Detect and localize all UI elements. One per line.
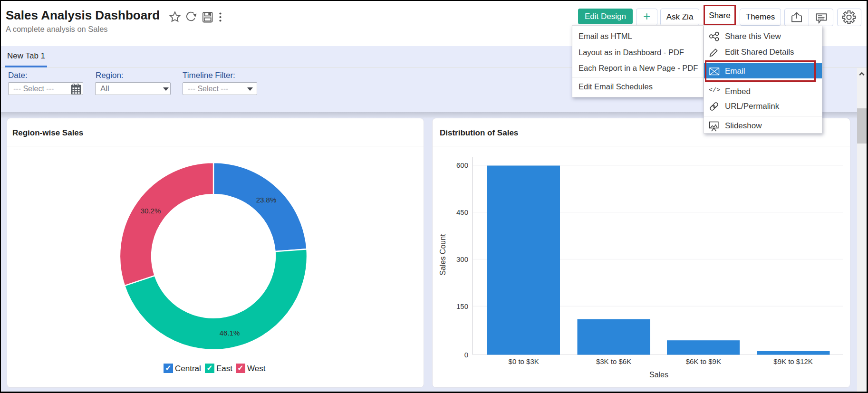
svg-text:600: 600 [456,161,468,169]
svg-text:450: 450 [456,208,468,216]
svg-text:Sales Count: Sales Count [439,234,447,276]
svg-text:46.1%: 46.1% [220,329,240,337]
svg-text:300: 300 [456,255,468,263]
svg-text:</>: </> [709,86,720,94]
svg-text:$0 to $3K: $0 to $3K [509,357,539,365]
svg-text:150: 150 [456,302,468,310]
svg-text:30.2%: 30.2% [141,207,161,215]
svg-text:$9K to $12K: $9K to $12K [773,357,813,365]
svg-text:Sales: Sales [649,371,668,379]
svg-text:23.8%: 23.8% [256,196,277,204]
svg-text:$6K to $9K: $6K to $9K [686,357,721,365]
svg-text:$3K to $6K: $3K to $6K [596,357,631,365]
svg-text:0: 0 [464,351,468,359]
